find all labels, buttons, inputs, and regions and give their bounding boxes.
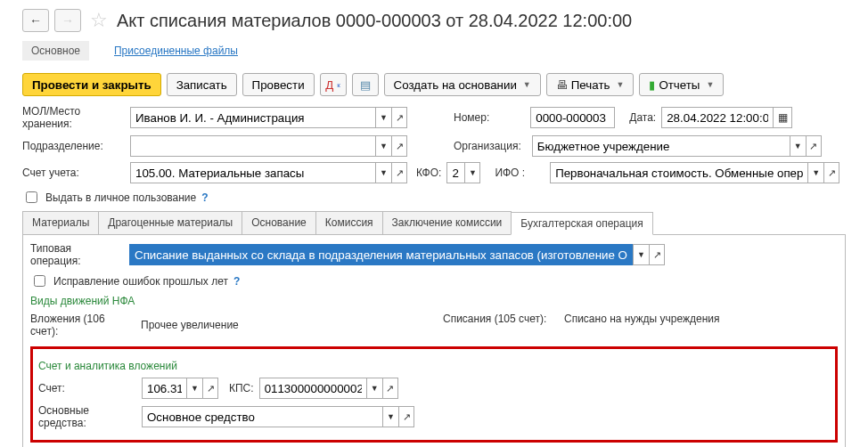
navlink-main[interactable]: Основное <box>22 41 89 61</box>
account-open-button[interactable]: ↗ <box>391 162 407 183</box>
outflow-label: Списания (105 счет): <box>443 313 559 325</box>
division-input[interactable] <box>130 135 375 157</box>
print-button[interactable]: 🖶Печать▼ <box>546 73 635 96</box>
create-based-on-button[interactable]: Создать на основании▼ <box>384 73 541 96</box>
fix-prev-years-checkbox[interactable] <box>34 275 45 287</box>
document-icon: ▤ <box>360 78 371 92</box>
document-icon-button[interactable]: ▤ <box>352 73 379 96</box>
ifo-dropdown-button[interactable]: ▼ <box>807 162 823 183</box>
kps-dropdown-button[interactable]: ▼ <box>366 378 382 399</box>
os-dropdown-button[interactable]: ▼ <box>382 406 398 427</box>
help-icon-2[interactable]: ? <box>233 275 240 288</box>
kps-open-button[interactable]: ↗ <box>382 378 398 399</box>
outflow-value: Списано на нужды учреждения <box>564 313 720 325</box>
tab-basis[interactable]: Основание <box>242 211 316 234</box>
os-open-button[interactable]: ↗ <box>398 406 414 427</box>
kps-label: КПС: <box>229 382 254 394</box>
date-input[interactable] <box>661 107 773 128</box>
os-input[interactable] <box>142 406 382 427</box>
highlighted-section: Счет и аналитика вложений Счет: ▼ ↗ КПС:… <box>30 346 838 443</box>
fix-prev-years-label: Исправление ошибок прошлых лет <box>53 275 228 288</box>
kps-input[interactable] <box>259 378 366 399</box>
post-button[interactable]: Провести <box>242 73 315 96</box>
write-button[interactable]: Записать <box>167 73 237 96</box>
number-input[interactable] <box>530 107 615 128</box>
printer-icon: 🖶 <box>556 78 568 92</box>
account-label: Счет учета: <box>22 167 125 179</box>
acc-open-button[interactable]: ↗ <box>202 378 218 399</box>
org-dropdown-button[interactable]: ▼ <box>790 135 806 157</box>
tab-commission-conclusion[interactable]: Заключение комиссии <box>382 211 512 234</box>
number-label: Номер: <box>454 111 489 124</box>
date-label: Дата: <box>629 111 656 124</box>
personal-use-label: Выдать в личное пользование <box>45 191 196 204</box>
acc-dropdown-button[interactable]: ▼ <box>186 378 202 399</box>
help-icon[interactable]: ? <box>201 191 208 204</box>
mol-open-button[interactable]: ↗ <box>391 107 407 128</box>
tab-accounting-operation[interactable]: Бухгалтерская операция <box>511 212 652 235</box>
division-open-button[interactable]: ↗ <box>391 135 407 157</box>
typical-operation-input[interactable] <box>129 244 633 265</box>
kfo-dropdown-button[interactable]: ▼ <box>464 162 480 183</box>
typical-operation-open-button[interactable]: ↗ <box>649 244 665 265</box>
mol-input[interactable] <box>130 107 375 128</box>
tab-precious-materials[interactable]: Драгоценные материалы <box>98 211 242 234</box>
tab-commission[interactable]: Комиссия <box>315 211 383 234</box>
account-dropdown-button[interactable]: ▼ <box>375 162 391 183</box>
account-analytics-title: Счет и аналитика вложений <box>38 360 830 372</box>
typical-operation-dropdown-button[interactable]: ▼ <box>633 244 649 265</box>
org-input[interactable] <box>532 135 790 157</box>
typical-operation-label: Типовая операция: <box>30 242 124 267</box>
account-input[interactable] <box>130 162 375 183</box>
acc-input[interactable] <box>142 378 186 399</box>
star-icon[interactable]: ☆ <box>90 9 108 32</box>
ifo-label: ИФО : <box>495 167 525 179</box>
mol-dropdown-button[interactable]: ▼ <box>375 107 391 128</box>
nav-forward-button[interactable]: → <box>54 9 81 32</box>
nav-back-button[interactable]: ← <box>22 9 49 32</box>
personal-use-checkbox[interactable] <box>26 191 37 203</box>
mol-label: МОЛ/Место хранения: <box>22 105 125 130</box>
navlink-attached-files[interactable]: Присоединенные файлы <box>105 41 247 61</box>
ifo-input[interactable] <box>550 162 807 183</box>
page-title: Акт списания материалов 0000-000003 от 2… <box>117 11 632 31</box>
division-dropdown-button[interactable]: ▼ <box>375 135 391 157</box>
org-open-button[interactable]: ↗ <box>806 135 822 157</box>
org-label: Организация: <box>454 140 521 152</box>
chart-icon: ▮ <box>649 78 655 92</box>
inflow-label: Вложения (106 счет): <box>30 313 135 337</box>
nfa-movements-title: Виды движений НФА <box>30 295 838 307</box>
ifo-open-button[interactable]: ↗ <box>823 162 839 183</box>
inflow-value: Прочее увеличение <box>141 319 239 331</box>
tab-materials[interactable]: Материалы <box>22 211 99 234</box>
kfo-label: КФО: <box>416 167 441 179</box>
reports-button[interactable]: ▮Отчеты▼ <box>639 73 724 96</box>
division-label: Подразделение: <box>22 140 125 152</box>
dt-kt-button[interactable]: Дк <box>320 73 347 96</box>
acc-label: Счет: <box>38 382 136 394</box>
calendar-icon[interactable]: ▦ <box>773 107 792 128</box>
post-and-close-button[interactable]: Провести и закрыть <box>22 73 161 96</box>
os-label: Основные средства: <box>38 404 136 429</box>
kfo-input[interactable] <box>446 162 464 183</box>
